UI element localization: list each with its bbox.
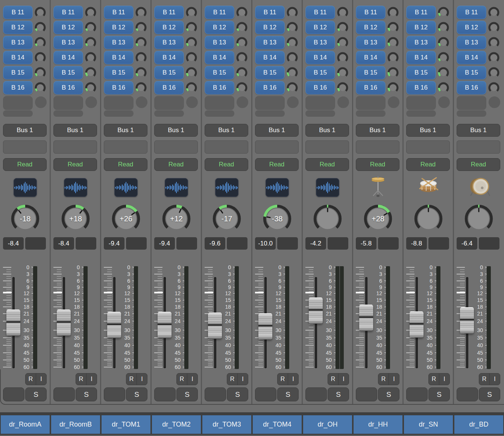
track-icon[interactable] — [266, 178, 289, 197]
send-button[interactable]: B 13 — [53, 36, 83, 49]
send-knob[interactable] — [488, 52, 499, 63]
send-knob[interactable] — [135, 22, 147, 33]
pan-knob[interactable] — [464, 204, 494, 234]
send-knob[interactable] — [35, 7, 46, 18]
send-knob[interactable] — [337, 7, 348, 18]
solo-button[interactable]: S — [176, 387, 198, 401]
solo-button[interactable]: S — [227, 387, 248, 401]
send-knob[interactable] — [135, 82, 147, 93]
track-icon[interactable] — [366, 175, 390, 198]
send-knob[interactable] — [85, 52, 96, 63]
volume-fader[interactable] — [6, 309, 20, 336]
volume-display[interactable]: -5.8 — [356, 237, 376, 250]
send-button[interactable]: B 13 — [104, 36, 134, 49]
volume-display[interactable]: -4.2 — [305, 237, 326, 250]
input-monitor-button[interactable]: I — [187, 373, 197, 385]
volume-display[interactable]: -10.0 — [255, 237, 276, 250]
send-knob[interactable] — [438, 37, 449, 48]
automation-mode-button[interactable]: Read — [457, 158, 500, 171]
send-knob[interactable] — [85, 7, 96, 18]
send-knob[interactable] — [35, 22, 46, 33]
send-knob[interactable] — [236, 52, 247, 63]
send-button[interactable]: B 11 — [205, 6, 234, 19]
input-monitor-button[interactable]: I — [439, 373, 449, 385]
send-knob[interactable] — [488, 37, 499, 48]
mute-button[interactable] — [3, 387, 24, 401]
send-knob[interactable] — [387, 82, 399, 93]
send-knob[interactable] — [337, 82, 348, 93]
output-button[interactable]: Bus 1 — [205, 124, 248, 137]
volume-display[interactable]: -9.6 — [205, 237, 225, 250]
peak-display[interactable] — [126, 237, 147, 250]
track-icon[interactable] — [64, 178, 87, 197]
automation-mode-button[interactable]: Read — [104, 158, 147, 171]
pan-knob[interactable]: +28 — [363, 204, 393, 234]
group-slot[interactable] — [305, 140, 349, 154]
empty-send-slot[interactable] — [356, 96, 386, 110]
track-icon[interactable] — [215, 178, 238, 197]
send-knob[interactable] — [287, 82, 298, 93]
input-monitor-button[interactable]: I — [36, 373, 46, 385]
pan-knob[interactable]: -17 — [212, 204, 242, 234]
send-button[interactable]: B 12 — [53, 21, 83, 34]
mute-button[interactable] — [154, 387, 176, 401]
empty-slot[interactable] — [255, 110, 285, 117]
send-button[interactable]: B 16 — [406, 81, 436, 95]
send-knob[interactable] — [85, 22, 96, 33]
group-slot[interactable] — [255, 140, 299, 154]
send-button[interactable]: B 15 — [205, 66, 234, 79]
mute-button[interactable] — [457, 387, 478, 401]
send-knob[interactable] — [186, 82, 197, 93]
send-button[interactable]: B 15 — [457, 66, 486, 79]
send-knob[interactable] — [438, 52, 449, 63]
output-button[interactable]: Bus 1 — [305, 124, 349, 137]
send-button[interactable]: B 12 — [104, 21, 134, 34]
automation-mode-button[interactable]: Read — [406, 158, 450, 171]
output-button[interactable]: Bus 1 — [356, 124, 399, 137]
track-icon[interactable] — [165, 178, 188, 197]
send-knob[interactable] — [186, 67, 197, 78]
send-button[interactable]: B 14 — [457, 51, 486, 64]
empty-slot[interactable] — [305, 110, 335, 117]
input-monitor-button[interactable]: I — [86, 373, 97, 385]
send-knob[interactable] — [85, 37, 96, 48]
send-button[interactable]: B 14 — [53, 51, 83, 64]
record-button[interactable]: R — [126, 373, 137, 385]
track-name[interactable]: dr_SN — [404, 415, 453, 434]
volume-fader[interactable] — [410, 311, 424, 338]
input-monitor-button[interactable]: I — [389, 373, 399, 385]
empty-slot[interactable] — [356, 110, 386, 117]
send-button[interactable]: B 12 — [457, 21, 486, 34]
volume-fader[interactable] — [107, 312, 121, 338]
send-button[interactable]: B 14 — [154, 51, 184, 64]
peak-display[interactable] — [25, 237, 46, 250]
send-knob[interactable] — [135, 67, 147, 78]
send-knob[interactable] — [287, 7, 298, 18]
record-button[interactable]: R — [429, 373, 439, 385]
solo-button[interactable]: S — [479, 387, 500, 401]
volume-fader[interactable] — [57, 309, 71, 336]
track-name[interactable]: dr_HH — [354, 415, 402, 434]
solo-button[interactable]: S — [428, 387, 450, 401]
output-button[interactable]: Bus 1 — [457, 124, 500, 137]
send-button[interactable]: B 16 — [255, 81, 285, 95]
record-button[interactable]: R — [479, 373, 489, 385]
empty-send-slot[interactable] — [53, 96, 83, 110]
send-button[interactable]: B 11 — [53, 6, 83, 19]
send-knob[interactable] — [488, 82, 499, 93]
send-knob[interactable] — [287, 37, 298, 48]
solo-button[interactable]: S — [378, 387, 399, 401]
input-monitor-button[interactable]: I — [237, 373, 248, 385]
empty-send-slot[interactable] — [305, 96, 335, 110]
send-button[interactable]: B 12 — [305, 21, 335, 34]
send-button[interactable]: B 12 — [3, 21, 33, 34]
track-name[interactable]: dr_RoomA — [1, 415, 50, 434]
send-button[interactable]: B 15 — [3, 66, 33, 79]
send-knob[interactable] — [287, 22, 298, 33]
empty-slot[interactable] — [457, 110, 486, 117]
empty-send-slot[interactable] — [104, 96, 134, 110]
send-button[interactable]: B 13 — [255, 36, 285, 49]
pan-knob[interactable] — [313, 204, 343, 234]
send-knob[interactable] — [35, 67, 46, 78]
send-button[interactable]: B 14 — [356, 51, 386, 64]
